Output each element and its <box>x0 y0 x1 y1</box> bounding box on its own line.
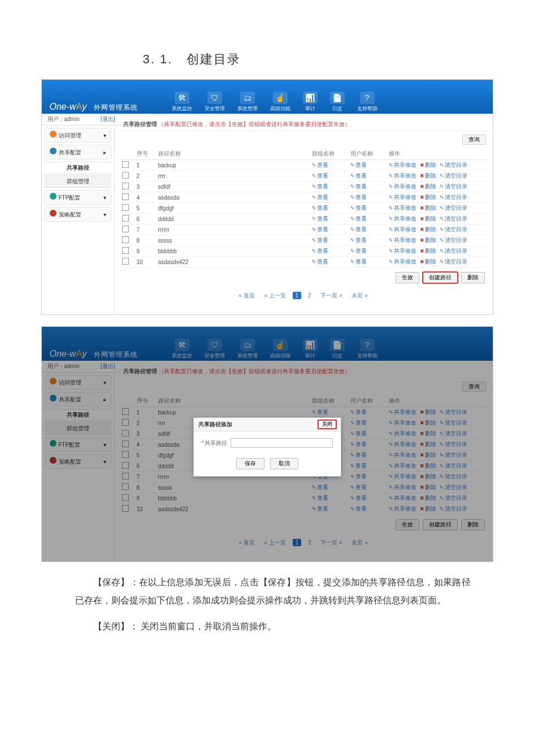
view-group-link[interactable]: 查看 <box>312 162 328 168</box>
modify-link[interactable]: 共享修改 <box>389 463 416 469</box>
modify-link[interactable]: 共享修改 <box>389 495 416 501</box>
logout-link[interactable]: [退出] <box>101 362 115 370</box>
row-checkbox[interactable] <box>122 236 129 243</box>
modify-link[interactable]: 共享修改 <box>389 226 416 232</box>
modify-link[interactable]: 共享修改 <box>389 162 416 168</box>
view-user-link[interactable]: 查看 <box>350 183 367 189</box>
row-delete-link[interactable]: 删除 <box>420 473 436 479</box>
pager-page-2[interactable]: 2 <box>305 292 314 299</box>
view-user-link[interactable]: 查看 <box>350 506 367 512</box>
row-delete-link[interactable]: 删除 <box>420 258 436 265</box>
view-group-link[interactable]: 查看 <box>312 506 328 512</box>
clear-dir-link[interactable]: 清空目录 <box>440 205 467 211</box>
share-path-input[interactable] <box>231 438 332 448</box>
sidebar-item[interactable]: FTP配置▾ <box>45 437 111 452</box>
view-user-link[interactable]: 查看 <box>350 463 367 469</box>
top-nav-item[interactable]: 📊审计 <box>303 339 318 360</box>
row-checkbox[interactable] <box>122 430 129 437</box>
row-checkbox[interactable] <box>122 258 129 265</box>
row-delete-link[interactable]: 删除 <box>420 506 436 512</box>
clear-dir-link[interactable]: 清空目录 <box>440 258 467 265</box>
row-delete-link[interactable]: 删除 <box>420 215 436 222</box>
sidebar-item[interactable]: 策略配置▾ <box>45 454 111 469</box>
row-checkbox[interactable] <box>122 494 129 501</box>
view-group-link[interactable]: 查看 <box>312 205 328 211</box>
delete-button[interactable]: 删除 <box>461 272 485 283</box>
pager-page-1[interactable]: 1 <box>293 539 302 546</box>
view-user-link[interactable]: 查看 <box>350 248 367 254</box>
pager-page-1[interactable]: 1 <box>293 292 302 299</box>
row-checkbox[interactable] <box>122 440 129 447</box>
view-user-link[interactable]: 查看 <box>350 420 367 426</box>
row-checkbox[interactable] <box>122 419 129 426</box>
clear-dir-link[interactable]: 清空目录 <box>440 430 467 437</box>
view-group-link[interactable]: 查看 <box>312 237 328 243</box>
row-checkbox[interactable] <box>122 183 129 189</box>
view-user-link[interactable]: 查看 <box>350 441 367 447</box>
sidebar-item[interactable]: FTP配置▾ <box>45 190 111 205</box>
apply-button[interactable]: 生效 <box>396 272 419 283</box>
dialog-cancel-button[interactable]: 取消 <box>270 458 298 469</box>
dialog-save-button[interactable]: 保存 <box>236 458 264 469</box>
row-checkbox[interactable] <box>122 462 129 469</box>
clear-dir-link[interactable]: 清空目录 <box>440 194 467 200</box>
clear-dir-link[interactable]: 清空目录 <box>440 506 467 512</box>
view-user-link[interactable]: 查看 <box>350 430 367 437</box>
clear-dir-link[interactable]: 清空目录 <box>440 226 467 232</box>
logout-link[interactable]: [退出] <box>101 115 115 123</box>
pager-prev[interactable]: « 上一页 <box>261 291 288 300</box>
create-path-button[interactable]: 创建路径 <box>423 519 458 530</box>
view-group-link[interactable]: 查看 <box>312 215 328 222</box>
row-delete-link[interactable]: 删除 <box>420 484 436 490</box>
view-group-link[interactable]: 查看 <box>312 409 328 415</box>
top-nav-item[interactable]: 🛡安全管理 <box>205 92 225 113</box>
row-delete-link[interactable]: 删除 <box>420 495 436 501</box>
clear-dir-link[interactable]: 清空目录 <box>440 452 467 458</box>
clear-dir-link[interactable]: 清空目录 <box>440 172 467 179</box>
view-group-link[interactable]: 查看 <box>312 248 328 254</box>
top-nav-item[interactable]: 🛠系统监控 <box>172 339 192 360</box>
view-group-link[interactable]: 查看 <box>312 183 328 189</box>
pager-next[interactable]: 下一页 » <box>318 538 345 547</box>
top-nav-item[interactable]: 📄日志 <box>330 92 345 113</box>
modify-link[interactable]: 共享修改 <box>389 215 416 222</box>
clear-dir-link[interactable]: 清空目录 <box>440 215 467 222</box>
row-checkbox[interactable] <box>122 161 129 168</box>
top-nav-item[interactable]: 🗂系统管理 <box>237 339 258 360</box>
row-checkbox[interactable] <box>122 215 129 222</box>
top-nav-item[interactable]: 🛠系统监控 <box>172 92 192 113</box>
view-group-link[interactable]: 查看 <box>312 495 328 501</box>
view-user-link[interactable]: 查看 <box>350 226 367 232</box>
top-nav-item[interactable]: 🗂系统管理 <box>237 92 258 113</box>
search-button[interactable]: 查询 <box>462 382 486 392</box>
view-group-link[interactable]: 查看 <box>312 484 328 490</box>
clear-dir-link[interactable]: 清空目录 <box>440 237 467 243</box>
row-checkbox[interactable] <box>122 483 129 490</box>
modify-link[interactable]: 共享修改 <box>389 420 416 426</box>
search-button[interactable]: 查询 <box>462 135 486 145</box>
modify-link[interactable]: 共享修改 <box>389 430 416 437</box>
top-nav-item[interactable]: ☝高级功能 <box>270 92 290 113</box>
row-checkbox[interactable] <box>122 247 129 254</box>
clear-dir-link[interactable]: 清空目录 <box>440 409 467 415</box>
modify-link[interactable]: 共享修改 <box>389 484 416 490</box>
modify-link[interactable]: 共享修改 <box>389 452 416 458</box>
sidebar-sub-item[interactable]: 群组管理 <box>45 422 111 435</box>
pager-first[interactable]: « 首页 <box>236 538 257 547</box>
clear-dir-link[interactable]: 清空目录 <box>440 420 467 426</box>
clear-dir-link[interactable]: 清空目录 <box>440 495 467 501</box>
modify-link[interactable]: 共享修改 <box>389 506 416 512</box>
clear-dir-link[interactable]: 清空目录 <box>440 484 467 490</box>
row-delete-link[interactable]: 删除 <box>420 226 436 232</box>
row-delete-link[interactable]: 删除 <box>420 172 436 179</box>
row-delete-link[interactable]: 删除 <box>420 162 436 168</box>
row-delete-link[interactable]: 删除 <box>420 205 436 211</box>
pager-last[interactable]: 末页 » <box>349 538 370 547</box>
modify-link[interactable]: 共享修改 <box>389 409 416 415</box>
row-delete-link[interactable]: 删除 <box>420 463 436 469</box>
modify-link[interactable]: 共享修改 <box>389 205 416 211</box>
row-delete-link[interactable]: 删除 <box>420 430 436 437</box>
row-delete-link[interactable]: 删除 <box>420 194 436 200</box>
view-group-link[interactable]: 查看 <box>312 172 328 179</box>
row-delete-link[interactable]: 删除 <box>420 420 436 426</box>
